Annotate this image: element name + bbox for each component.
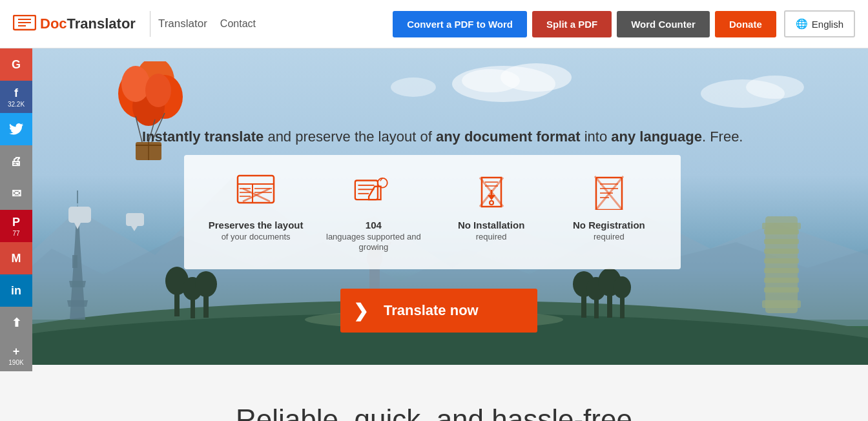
- svg-rect-40: [762, 300, 801, 308]
- svg-rect-46: [764, 268, 799, 273]
- svg-rect-48: [764, 287, 799, 293]
- headline-strong-2: any document format: [436, 128, 581, 145]
- svg-rect-51: [126, 213, 144, 226]
- svg-marker-52: [131, 226, 138, 231]
- svg-rect-18: [203, 291, 209, 318]
- features-card: Preserves the layout of your documents 1…: [184, 155, 681, 269]
- headline-strong-3: any language: [611, 128, 702, 145]
- svg-point-84: [490, 201, 493, 205]
- svg-marker-29: [65, 203, 85, 320]
- svg-marker-33: [69, 281, 86, 287]
- feature-no-register: No Registration required: [550, 174, 668, 242]
- svg-point-5: [501, 63, 572, 92]
- social-google[interactable]: G: [0, 48, 32, 81]
- feature-no-install: No Installation required: [433, 174, 550, 242]
- feature-languages-title: 104: [366, 219, 382, 232]
- svg-point-8: [746, 76, 804, 99]
- feature-no-install-title: No Installation: [458, 219, 524, 232]
- svg-rect-24: [607, 289, 612, 318]
- translate-btn-wrapper: ❯ Translate now: [340, 289, 537, 333]
- social-sidebar: G f32.2K 🖨 ✉ P77 M in ⬆ +190K: [0, 48, 32, 371]
- social-share[interactable]: ⬆: [0, 307, 32, 339]
- svg-rect-14: [174, 287, 180, 316]
- translate-arrow-icon: ❯: [353, 300, 368, 322]
- svg-rect-16: [191, 294, 195, 318]
- no-install-icon: [472, 174, 511, 210]
- bottom-title: Reliable, quick, and hassle-free: [13, 404, 855, 421]
- logo[interactable]: DocTranslator: [13, 15, 136, 33]
- svg-point-6: [462, 69, 520, 92]
- svg-point-4: [452, 66, 555, 102]
- svg-point-58: [145, 74, 171, 107]
- bottom-section: Reliable, quick, and hassle-free Preserv…: [0, 365, 868, 421]
- feature-languages-sub: languages supported and growing: [315, 232, 432, 254]
- svg-rect-44: [764, 249, 799, 254]
- svg-point-17: [183, 277, 202, 300]
- svg-rect-39: [765, 216, 798, 313]
- svg-marker-30: [72, 255, 78, 268]
- convert-pdf-button[interactable]: Convert a PDF to Word: [393, 11, 527, 37]
- svg-point-21: [573, 271, 595, 297]
- svg-rect-20: [581, 291, 586, 318]
- svg-marker-76: [369, 187, 380, 200]
- word-counter-button[interactable]: Word Counter: [617, 11, 710, 37]
- flag-icon: 🌐: [796, 18, 808, 30]
- navbar: DocTranslator Translator Contact Convert…: [0, 0, 868, 48]
- social-facebook[interactable]: f32.2K: [0, 81, 32, 113]
- logo-icon: [13, 15, 36, 33]
- svg-rect-47: [764, 278, 799, 283]
- headline-strong-1: Instantly translate: [142, 128, 264, 145]
- svg-rect-45: [764, 258, 799, 263]
- social-linkedin[interactable]: in: [0, 274, 32, 307]
- svg-point-27: [613, 276, 631, 298]
- logo-text: DocTranslator: [40, 15, 136, 32]
- social-plus[interactable]: +190K: [0, 339, 32, 371]
- svg-point-80: [378, 178, 388, 188]
- layout-icon: [236, 174, 275, 210]
- svg-rect-42: [764, 229, 799, 234]
- language-selector[interactable]: 🌐 English: [784, 10, 855, 37]
- svg-rect-26: [620, 293, 625, 318]
- social-print[interactable]: 🖨: [0, 145, 32, 178]
- translate-now-button[interactable]: ❯ Translate now: [340, 289, 537, 333]
- feature-no-register-title: No Registration: [573, 219, 645, 232]
- svg-point-9: [391, 77, 436, 97]
- feature-layout-sub: of your documents: [222, 232, 291, 243]
- svg-point-15: [165, 267, 189, 295]
- social-pinterest[interactable]: P77: [0, 210, 32, 242]
- split-pdf-button[interactable]: Split a PDF: [532, 11, 612, 37]
- svg-rect-49: [68, 207, 91, 223]
- nav-divider: [150, 11, 150, 37]
- feature-no-install-sub: required: [476, 232, 507, 243]
- no-register-icon: [590, 174, 628, 210]
- nav-contact[interactable]: Contact: [220, 18, 256, 30]
- feature-layout-title: Preserves the layout: [209, 219, 304, 232]
- feature-layout: Preserves the layout of your documents: [197, 174, 315, 242]
- language-label: English: [812, 19, 843, 30]
- svg-point-57: [121, 66, 150, 102]
- hero-headline: Instantly translate and preserve the lay…: [142, 126, 803, 147]
- svg-point-19: [195, 271, 217, 297]
- svg-marker-50: [74, 223, 81, 229]
- svg-point-25: [598, 268, 621, 296]
- svg-rect-22: [594, 294, 599, 318]
- languages-icon: [354, 174, 393, 210]
- svg-point-7: [701, 79, 785, 108]
- svg-point-23: [586, 277, 606, 300]
- svg-rect-43: [764, 239, 799, 244]
- hero-section: Instantly translate and preserve the lay…: [0, 48, 868, 365]
- feature-languages: 104 languages supported and growing: [315, 174, 432, 253]
- svg-rect-41: [762, 223, 801, 229]
- feature-no-register-sub: required: [594, 232, 625, 243]
- social-twitter[interactable]: [0, 113, 32, 145]
- nav-translator[interactable]: Translator: [158, 17, 207, 30]
- social-email[interactable]: ✉: [0, 178, 32, 210]
- translate-now-label: Translate now: [384, 302, 479, 319]
- donate-button[interactable]: Donate: [715, 11, 776, 37]
- social-gmail[interactable]: M: [0, 242, 32, 274]
- balloon: [113, 61, 191, 177]
- svg-marker-32: [67, 300, 88, 307]
